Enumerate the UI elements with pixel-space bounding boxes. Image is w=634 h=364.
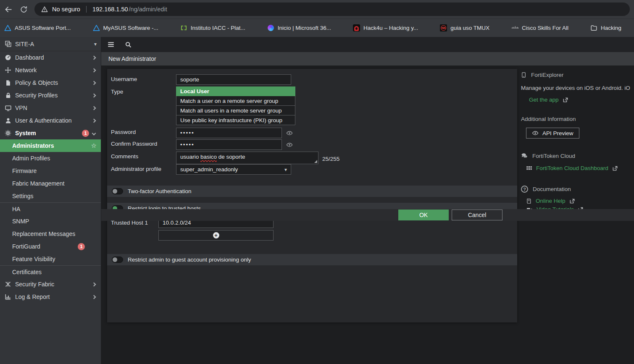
ok-button[interactable]: OK xyxy=(398,209,449,220)
sidebar-item-security-fabric[interactable]: Security Fabric xyxy=(0,278,101,291)
url-host[interactable]: 192.168.1.50 xyxy=(92,6,128,13)
not-secure-warning-icon[interactable] xyxy=(41,6,48,13)
guest-provisioning-label: Restrict admin to guest account provisio… xyxy=(128,257,251,263)
bookmark-hacking-folder[interactable]: Hacking xyxy=(590,24,621,31)
sidebar-item-log-report[interactable]: Log & Report xyxy=(0,291,101,303)
sidebar-item-label: Policy & Objects xyxy=(15,79,58,86)
sidebar-item-label: Dashboard xyxy=(15,54,44,61)
sidebar-item-system[interactable]: System 1 xyxy=(0,127,101,139)
bookmark-guia-tmux[interactable]: NK guia uso TMUX xyxy=(440,24,489,31)
security-label[interactable]: No seguro xyxy=(52,6,80,13)
bookmark-hack4u[interactable]: Hack4u – Hacking y... xyxy=(353,24,418,31)
guest-provisioning-toggle[interactable] xyxy=(112,257,123,263)
refresh-icon[interactable] xyxy=(20,5,28,13)
fortiexplorer-description: Manage your devices on iOS or Android. i… xyxy=(521,85,634,91)
sidebar-item-firmware[interactable]: Firmware xyxy=(0,165,101,177)
nk-badge-icon: NK xyxy=(440,24,447,31)
two-factor-toggle[interactable] xyxy=(112,188,123,194)
sidebar-item-settings[interactable]: Settings xyxy=(0,190,101,202)
bookmark-label: Instituto IACC - Plat... xyxy=(191,25,245,31)
pinwheel-icon xyxy=(267,24,274,31)
sidebar-item-feature-visibility[interactable]: Feature Visibility xyxy=(0,253,101,265)
type-option-match-user[interactable]: Match a user on a remote server group xyxy=(176,96,295,106)
fortitoken-dashboard-link[interactable]: FortiToken Cloud Dashboard xyxy=(526,165,618,171)
bookmark-label: Inicio | Microsoft 36... xyxy=(278,25,331,31)
sidebar-item-security-profiles[interactable]: Security Profiles xyxy=(0,89,101,102)
back-icon[interactable] xyxy=(4,5,13,14)
sidebar-subitem-label: Firmware xyxy=(12,168,37,174)
sidebar-item-label: Security Profiles xyxy=(15,92,58,99)
new-administrator-form: Username soporte Type Local User Match a… xyxy=(107,69,517,322)
eye-icon xyxy=(532,130,539,136)
type-option-pki-group[interactable]: Use public key infrastructure (PKI) grou… xyxy=(176,115,295,125)
chevron-right-icon xyxy=(92,295,96,299)
sidebar-item-replacement-messages[interactable]: Replacement Messages xyxy=(0,228,101,240)
sidebar-item-fortiguard[interactable]: FortiGuard 1 xyxy=(0,240,101,253)
bookmark-asus-software[interactable]: ASUS Software Port... xyxy=(4,24,71,31)
bookmark-label: guia uso TMUX xyxy=(450,25,489,31)
password-input[interactable]: ••••• xyxy=(176,128,282,138)
info-panel: FortiExplorer Manage your devices on iOS… xyxy=(521,71,634,322)
fortitoken-dashboard-label: FortiToken Cloud Dashboard xyxy=(536,165,608,171)
type-option-match-all-users[interactable]: Match all users in a remote server group xyxy=(176,106,295,115)
bookmark-myasus-software[interactable]: MyASUS Software -... xyxy=(93,24,158,31)
sidebar-subitem-label: Settings xyxy=(12,193,34,199)
password-label: Password xyxy=(111,129,136,135)
password-eye-icon[interactable] xyxy=(286,130,293,136)
api-preview-button[interactable]: API Preview xyxy=(526,128,579,139)
sidebar-item-admin-profiles[interactable]: Admin Profiles xyxy=(0,152,101,165)
type-option-local-user[interactable]: Local User xyxy=(176,86,295,96)
additional-information-header: Additional Information xyxy=(521,116,634,122)
bookmark-label: Cisco Skills For All xyxy=(522,25,568,31)
confirm-password-eye-icon[interactable] xyxy=(286,141,293,148)
bookmark-instituto-iacc[interactable]: Instituto IACC - Plat... xyxy=(180,24,245,31)
sidebar-item-certificates[interactable]: Certificates xyxy=(0,265,101,278)
chevron-down-icon xyxy=(92,131,96,135)
site-selector[interactable]: SITE-A ▾ xyxy=(0,37,101,51)
token-cloud-icon xyxy=(521,152,528,159)
bookmark-cisco-skills[interactable]: Cisco Skills For All xyxy=(511,24,568,31)
site-icon xyxy=(3,40,13,47)
comments-textarea[interactable]: usuario basico de soporte xyxy=(176,152,318,164)
sidebar-item-fabric-management[interactable]: Fabric Management xyxy=(0,177,101,190)
sidebar-item-user-authentication[interactable]: User & Authentication xyxy=(0,114,101,127)
fortitoken-header: FortiToken Cloud xyxy=(521,152,634,159)
sidebar-item-vpn[interactable]: VPN xyxy=(0,102,101,114)
online-help-link[interactable]: Online Help xyxy=(536,198,566,204)
sidebar-item-administrators[interactable]: Administrators ☆ xyxy=(0,139,101,152)
add-trusted-host-button[interactable]: + xyxy=(158,230,274,241)
chevron-down-icon: ▾ xyxy=(284,167,287,173)
sidebar-item-network[interactable]: Network xyxy=(0,64,101,76)
address-bar[interactable]: No seguro 192.168.1.50 /ng/admin/edit xyxy=(34,3,630,16)
search-icon[interactable] xyxy=(125,41,132,48)
main-area: New Administrator Username soporte Type … xyxy=(101,37,634,364)
sidebar-subitem-label: Feature Visibility xyxy=(12,256,55,262)
form-footer: OK Cancel xyxy=(101,209,634,221)
type-option-label: Local User xyxy=(180,88,209,94)
administrator-profile-label: Administrator profile xyxy=(111,166,161,172)
url-path[interactable]: /ng/admin/edit xyxy=(129,6,167,13)
cancel-button[interactable]: Cancel xyxy=(452,209,502,220)
hamburger-menu-icon[interactable] xyxy=(107,41,115,48)
password-value: ••••• xyxy=(180,130,195,136)
sidebar-item-snmp[interactable]: SNMP xyxy=(0,215,101,228)
confirm-password-input[interactable]: ••••• xyxy=(176,139,282,150)
sidebar-item-ha[interactable]: HA xyxy=(0,202,101,215)
fortigate-app: SITE-A ▾ Dashboard Network Policy & Obje… xyxy=(0,37,634,364)
sidebar-item-policy-objects[interactable]: Policy & Objects xyxy=(0,76,101,89)
username-input[interactable]: soporte xyxy=(176,74,291,85)
documentation-header: ? Documentation xyxy=(521,186,634,193)
star-icon[interactable]: ☆ xyxy=(91,142,97,149)
sidebar-subitem-label: Replacement Messages xyxy=(12,230,75,237)
get-the-app-link[interactable]: Get the app xyxy=(529,97,568,103)
bookmark-microsoft365[interactable]: Inicio | Microsoft 36... xyxy=(267,24,331,31)
resize-handle[interactable] xyxy=(314,160,317,163)
fortiguard-alert-badge: 1 xyxy=(78,243,85,250)
username-value: soporte xyxy=(180,76,199,83)
monitor-icon xyxy=(3,105,13,112)
sidebar-item-dashboard[interactable]: Dashboard xyxy=(0,51,101,64)
administrator-profile-select[interactable]: super_admin_readonly ▾ xyxy=(176,164,291,175)
chevron-right-icon xyxy=(92,282,96,286)
sidebar-item-label: Network xyxy=(15,67,37,73)
folder-icon xyxy=(590,24,597,31)
